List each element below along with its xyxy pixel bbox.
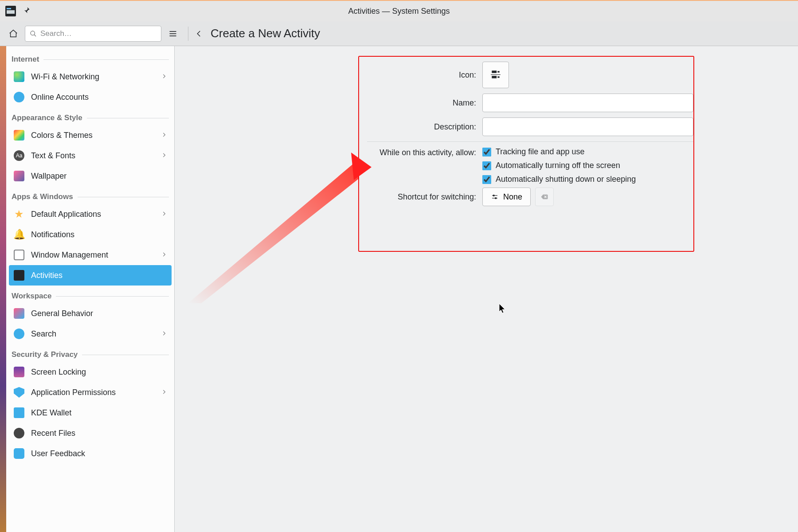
sidebar-item-label: Recent Files (31, 429, 167, 438)
name-label: Name: (367, 98, 482, 108)
search-box[interactable] (25, 26, 161, 42)
svg-rect-10 (497, 76, 499, 78)
sidebar-item-label: Search (31, 329, 155, 339)
tracking-checkbox-row[interactable]: Tracking file and app use (482, 147, 636, 156)
wallpaper-icon (13, 170, 25, 182)
sidebar-item-label: Notifications (31, 230, 167, 239)
sidebar-category-title: Appearance & Style (12, 113, 82, 122)
sidebar-item-wallpaper[interactable]: Wallpaper (9, 166, 172, 186)
sidebar-category-header: Security & Privacy (9, 347, 172, 362)
screenoff-checkbox[interactable] (482, 161, 491, 170)
sidebar-item-notifications[interactable]: 🔔Notifications (9, 224, 172, 245)
activity-form: Icon: Name: Description: While on this a… (367, 62, 693, 211)
sidebar-item-search[interactable]: Search (9, 324, 172, 344)
sidebar-item-recent-files[interactable]: Recent Files (9, 423, 172, 443)
svg-point-13 (493, 195, 494, 196)
lock-icon (13, 366, 25, 378)
titlebar: Activities — System Settings (0, 0, 798, 21)
chevron-right-icon (161, 329, 167, 339)
feedback-icon (13, 448, 25, 459)
pin-icon[interactable] (22, 6, 31, 17)
name-input[interactable] (482, 94, 693, 112)
screenoff-checkbox-row[interactable]: Automatically turning off the screen (482, 161, 636, 170)
sidebar-item-label: Activities (31, 271, 167, 280)
sidebar-item-label: KDE Wallet (31, 408, 167, 418)
home-button[interactable] (6, 27, 20, 41)
globe-icon (13, 71, 25, 82)
sidebar-item-label: Text & Fonts (31, 151, 155, 160)
sliders-icon (491, 193, 499, 201)
sidebar-item-label: Online Accounts (31, 93, 167, 102)
sidebar-item-general-behavior[interactable]: General Behavior (9, 303, 172, 324)
sidebar-category-title: Security & Privacy (12, 350, 78, 359)
sidebar-item-default-applications[interactable]: ★Default Applications (9, 204, 172, 224)
sidebar-item-online-accounts[interactable]: Online Accounts (9, 87, 172, 107)
search-icon (30, 30, 37, 37)
shutdown-checkbox[interactable] (482, 175, 491, 184)
clock-icon (13, 427, 25, 439)
clear-shortcut-button[interactable] (535, 188, 554, 206)
sidebar-item-label: Window Management (31, 250, 155, 260)
screenoff-checkbox-label: Automatically turning off the screen (496, 161, 620, 170)
behavior-icon (13, 308, 25, 319)
activities-icon (13, 270, 25, 281)
wallet-icon (13, 407, 25, 419)
shortcut-button[interactable]: None (482, 188, 531, 206)
icon-label: Icon: (367, 70, 482, 80)
svg-rect-8 (497, 71, 499, 72)
sidebar-item-kde-wallet[interactable]: KDE Wallet (9, 403, 172, 423)
search-input[interactable] (40, 29, 156, 38)
toolbar: Create a New Activity (0, 21, 798, 46)
sidebar-item-colors-themes[interactable]: Colors & Themes (9, 125, 172, 145)
window-icon (13, 249, 25, 261)
font-icon: Aa (13, 150, 25, 161)
menu-button[interactable] (166, 27, 180, 41)
app-icon (5, 6, 16, 16)
main-panel: Icon: Name: Description: While on this a… (175, 46, 798, 532)
sidebar-item-application-permissions[interactable]: Application Permissions (9, 382, 172, 403)
allow-label: While on this activity, allow: (367, 147, 482, 157)
star-icon: ★ (13, 208, 25, 220)
sidebar-category-title: Internet (12, 55, 39, 64)
shortcut-label: Shortcut for switching: (367, 192, 482, 202)
svg-point-15 (495, 198, 497, 199)
sidebar[interactable]: InternetWi-Fi & NetworkingOnline Account… (6, 46, 175, 532)
sidebar-item-wi-fi-networking[interactable]: Wi-Fi & Networking (9, 66, 172, 87)
icon-picker-button[interactable] (482, 62, 509, 88)
svg-rect-9 (492, 76, 497, 78)
shortcut-value: None (503, 192, 522, 202)
sidebar-item-label: Colors & Themes (31, 131, 155, 140)
window-title: Activities — System Settings (0, 7, 798, 16)
search-icon (13, 328, 25, 340)
sidebar-item-label: Wi-Fi & Networking (31, 72, 155, 82)
chevron-right-icon (161, 72, 167, 82)
description-input[interactable] (482, 117, 693, 136)
sidebar-item-activities[interactable]: Activities (9, 265, 172, 286)
form-separator (367, 141, 693, 142)
sidebar-item-label: General Behavior (31, 309, 167, 318)
sidebar-item-screen-locking[interactable]: Screen Locking (9, 362, 172, 382)
desktop-edge (0, 46, 6, 532)
bell-icon: 🔔 (13, 229, 25, 240)
chevron-right-icon (161, 250, 167, 260)
sidebar-category-header: Workspace (9, 288, 172, 303)
chevron-right-icon (161, 388, 167, 397)
sidebar-item-label: Screen Locking (31, 368, 167, 377)
toolbar-separator (188, 27, 188, 41)
sidebar-item-label: Wallpaper (31, 172, 167, 181)
shutdown-checkbox-row[interactable]: Automatically shutting down or sleeping (482, 175, 636, 184)
sidebar-item-text-fonts[interactable]: AaText & Fonts (9, 145, 172, 166)
sidebar-item-user-feedback[interactable]: User Feedback (9, 443, 172, 464)
cloud-icon (13, 91, 25, 103)
palette-icon (13, 129, 25, 141)
svg-marker-5 (188, 160, 358, 303)
chevron-right-icon (161, 210, 167, 219)
svg-point-0 (31, 31, 35, 35)
tracking-checkbox[interactable] (482, 148, 491, 156)
sidebar-item-window-management[interactable]: Window Management (9, 245, 172, 265)
back-button[interactable] (192, 27, 206, 41)
sidebar-category-title: Apps & Windows (12, 192, 73, 201)
svg-rect-7 (492, 70, 497, 73)
shutdown-checkbox-label: Automatically shutting down or sleeping (496, 175, 636, 184)
sidebar-item-label: Application Permissions (31, 388, 155, 397)
